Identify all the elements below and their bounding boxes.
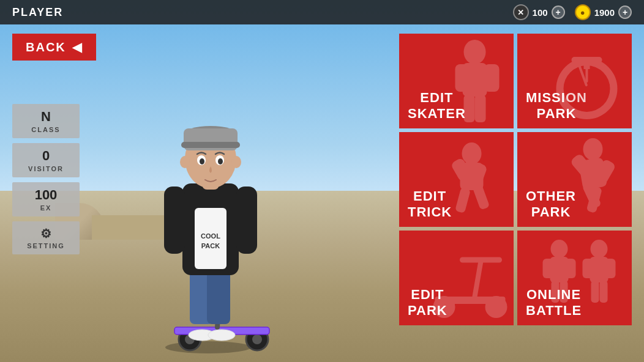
svg-rect-34 — [475, 95, 486, 122]
back-arrow-icon: ◀ — [72, 40, 83, 54]
svg-point-25 — [200, 158, 204, 164]
player-character-area: COOL PACK — [86, 24, 331, 355]
mission-park-button[interactable]: MISSIONPARK — [517, 34, 632, 128]
stat-visitor: 0 VISITOR — [12, 143, 80, 177]
svg-rect-67 — [605, 259, 616, 278]
svg-point-0 — [165, 341, 251, 353]
svg-point-9 — [208, 330, 235, 341]
other-park-label: OTHERPARK — [526, 188, 576, 220]
svg-rect-11 — [207, 269, 230, 324]
svg-point-58 — [551, 240, 568, 258]
svg-text:COOL: COOL — [201, 232, 220, 240]
header-bar: PLAYER ✕ 100 + ● 1900 + — [0, 0, 644, 24]
svg-rect-31 — [455, 64, 471, 92]
visitor-value: 0 — [42, 149, 50, 163]
player-character: COOL PACK — [110, 49, 306, 355]
svg-rect-45 — [455, 187, 471, 213]
edit-skater-label: EDITSKATER — [408, 90, 466, 121]
svg-rect-69 — [600, 281, 608, 303]
mission-park-label: MISSIONPARK — [526, 90, 587, 121]
svg-rect-52 — [586, 186, 602, 213]
svg-point-4 — [252, 334, 262, 344]
svg-rect-30 — [463, 63, 487, 97]
online-battle-button[interactable]: ONLINEBATTLE — [517, 231, 632, 325]
svg-rect-65 — [590, 257, 608, 283]
svg-rect-50 — [593, 158, 616, 185]
svg-rect-43 — [451, 157, 473, 182]
svg-rect-46 — [473, 184, 490, 210]
stat-setting[interactable]: ⚙ SETTING — [12, 221, 80, 254]
back-label: BACK — [26, 40, 66, 54]
svg-rect-60 — [543, 259, 554, 278]
x-amount: 100 — [533, 7, 548, 18]
svg-rect-44 — [468, 162, 488, 187]
edit-park-label: EDITPARK — [408, 287, 447, 318]
svg-rect-51 — [582, 182, 602, 209]
svg-rect-22 — [181, 142, 240, 148]
svg-point-27 — [180, 156, 190, 168]
svg-rect-32 — [484, 64, 500, 92]
x-icon: ✕ — [513, 4, 529, 20]
stats-panel: N CLASS 0 VISITOR 100 EX ⚙ SETTING — [12, 104, 80, 254]
stat-ex: 100 EX — [12, 182, 80, 216]
svg-rect-48 — [578, 157, 608, 190]
svg-rect-37 — [584, 59, 590, 69]
x-plus-button[interactable]: + — [552, 6, 565, 19]
online-battle-label: ONLINEBATTLE — [526, 287, 582, 318]
setting-label: SETTING — [27, 242, 65, 249]
stat-class: N CLASS — [12, 104, 80, 138]
svg-rect-59 — [550, 257, 569, 283]
coin-currency: ● 1900 + — [575, 4, 632, 20]
edit-trick-button[interactable]: EDITTRICK — [399, 132, 514, 227]
svg-rect-40 — [586, 64, 588, 83]
edit-park-button[interactable]: EDITPARK — [399, 231, 514, 325]
ex-value: 100 — [35, 188, 58, 202]
svg-rect-16 — [164, 187, 185, 254]
back-button[interactable]: BACK ◀ — [12, 34, 96, 61]
svg-line-56 — [475, 261, 481, 297]
svg-rect-42 — [460, 163, 484, 190]
svg-point-41 — [462, 142, 482, 164]
x-currency: ✕ 100 + — [513, 4, 565, 20]
other-park-button[interactable]: OTHERPARK — [517, 132, 632, 227]
svg-point-54 — [485, 296, 507, 318]
edit-skater-button[interactable]: EDITSKATER — [399, 34, 514, 128]
svg-rect-38 — [572, 57, 602, 63]
coin-plus-button[interactable]: + — [618, 6, 632, 19]
svg-rect-68 — [591, 281, 599, 303]
class-value: N — [41, 110, 51, 124]
svg-rect-17 — [236, 187, 257, 254]
ex-label: EX — [40, 204, 52, 212]
setting-icon: ⚙ — [40, 227, 51, 240]
svg-point-64 — [591, 240, 608, 258]
svg-rect-66 — [583, 259, 594, 278]
header-currency-area: ✕ 100 + ● 1900 + — [513, 4, 632, 20]
svg-point-29 — [464, 40, 486, 64]
class-label: CLASS — [31, 126, 60, 133]
visitor-label: VISITOR — [28, 165, 64, 172]
svg-point-26 — [218, 158, 223, 164]
page-title: PLAYER — [12, 6, 63, 19]
svg-point-28 — [231, 156, 241, 168]
svg-rect-61 — [565, 259, 576, 278]
svg-point-47 — [583, 138, 603, 160]
svg-rect-49 — [570, 153, 595, 179]
coin-icon: ● — [575, 4, 591, 20]
svg-text:PACK: PACK — [201, 242, 220, 249]
coin-amount: 1900 — [594, 7, 615, 18]
svg-rect-39 — [578, 65, 588, 86]
menu-grid: EDITSKATER MISSIONPARK EDITTRICK — [399, 34, 632, 325]
edit-trick-label: EDITTRICK — [408, 188, 452, 220]
